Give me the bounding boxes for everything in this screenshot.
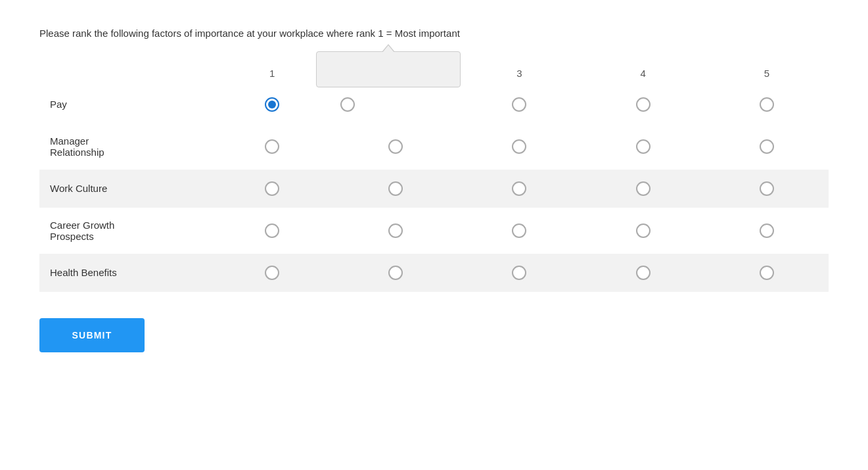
row-label-manager: ManagerRelationship xyxy=(39,124,210,170)
manager-rank-3-wrapper xyxy=(464,139,574,154)
manager-rank-5-cell xyxy=(705,124,829,170)
health-rank-1-radio[interactable] xyxy=(265,266,279,280)
manager-rank-1-wrapper xyxy=(217,139,327,154)
survey-table: 1 2 3 4 5 Pay xyxy=(39,68,829,292)
health-rank-2-wrapper xyxy=(340,266,451,280)
career-rank-4-cell xyxy=(582,208,705,254)
pay-rank-1-radio[interactable] xyxy=(265,97,279,112)
row-label-work-culture: Work Culture xyxy=(39,170,210,208)
manager-rank-5-radio[interactable] xyxy=(760,139,774,154)
health-rank-4-wrapper xyxy=(588,266,698,280)
manager-rank-1-cell xyxy=(210,124,334,170)
workculture-rank-4-cell xyxy=(582,170,705,208)
tooltip-box xyxy=(316,51,461,87)
workculture-rank-2-radio[interactable] xyxy=(388,181,403,196)
career-rank-3-cell xyxy=(457,208,581,254)
health-rank-1-wrapper xyxy=(217,266,327,280)
career-rank-3-radio[interactable] xyxy=(512,223,526,238)
pay-rank-5-cell xyxy=(705,85,829,124)
health-rank-4-cell xyxy=(582,254,705,292)
manager-rank-3-cell xyxy=(457,124,581,170)
pay-rank-5-radio[interactable] xyxy=(760,97,774,112)
career-rank-3-wrapper xyxy=(464,223,574,238)
career-rank-5-wrapper xyxy=(712,223,822,238)
pay-rank-1-wrapper xyxy=(217,97,327,112)
workculture-rank-4-wrapper xyxy=(588,181,698,196)
pay-rank-2-radio[interactable] xyxy=(340,97,355,112)
manager-rank-1-radio[interactable] xyxy=(265,139,279,154)
career-rank-2-cell xyxy=(334,208,457,254)
col-header-3: 3 xyxy=(457,68,581,85)
workculture-rank-1-cell xyxy=(210,170,334,208)
health-rank-1-cell xyxy=(210,254,334,292)
pay-rank-4-cell xyxy=(582,85,705,124)
workculture-rank-3-wrapper xyxy=(464,181,574,196)
pay-rank-4-wrapper xyxy=(588,97,698,112)
career-rank-5-cell xyxy=(705,208,829,254)
manager-rank-2-wrapper xyxy=(340,139,451,154)
workculture-rank-1-wrapper xyxy=(217,181,327,196)
workculture-rank-5-wrapper xyxy=(712,181,822,196)
workculture-rank-2-wrapper xyxy=(340,181,451,196)
manager-rank-4-radio[interactable] xyxy=(636,139,651,154)
col-header-label xyxy=(39,68,210,85)
table-row: Pay xyxy=(39,85,829,124)
pay-rank-3-radio[interactable] xyxy=(512,97,526,112)
workculture-rank-4-radio[interactable] xyxy=(636,181,651,196)
manager-rank-2-radio[interactable] xyxy=(388,139,403,154)
workculture-rank-5-radio[interactable] xyxy=(760,181,774,196)
health-rank-4-radio[interactable] xyxy=(636,266,651,280)
career-rank-4-wrapper xyxy=(588,223,698,238)
career-rank-4-radio[interactable] xyxy=(636,223,651,238)
career-rank-2-radio[interactable] xyxy=(388,223,403,238)
health-rank-5-radio[interactable] xyxy=(760,266,774,280)
table-row: Health Benefits xyxy=(39,254,829,292)
row-label-health-benefits: Health Benefits xyxy=(39,254,210,292)
submit-button[interactable]: SUBMIT xyxy=(39,318,145,352)
career-rank-1-wrapper xyxy=(217,223,327,238)
health-rank-2-cell xyxy=(334,254,457,292)
col-header-5: 5 xyxy=(705,68,829,85)
workculture-rank-1-radio[interactable] xyxy=(265,181,279,196)
pay-rank-3-wrapper xyxy=(464,97,574,112)
table-row: Work Culture xyxy=(39,170,829,208)
workculture-rank-3-cell xyxy=(457,170,581,208)
pay-rank-3-cell xyxy=(457,85,581,124)
health-rank-2-radio[interactable] xyxy=(388,266,403,280)
manager-rank-3-radio[interactable] xyxy=(512,139,526,154)
career-rank-1-radio[interactable] xyxy=(265,223,279,238)
career-rank-2-wrapper xyxy=(340,223,451,238)
question-text: Please rank the following factors of imp… xyxy=(39,26,829,41)
pay-rank-1-cell xyxy=(210,85,334,124)
col-header-1: 1 xyxy=(210,68,334,85)
manager-rank-4-wrapper xyxy=(588,139,698,154)
manager-rank-4-cell xyxy=(582,124,705,170)
workculture-rank-2-cell xyxy=(334,170,457,208)
manager-rank-2-cell xyxy=(334,124,457,170)
career-rank-1-cell xyxy=(210,208,334,254)
pay-rank-2-tooltip-container xyxy=(340,97,451,112)
row-label-career-growth: Career GrowthProspects xyxy=(39,208,210,254)
col-header-4: 4 xyxy=(582,68,705,85)
manager-rank-5-wrapper xyxy=(712,139,822,154)
health-rank-5-wrapper xyxy=(712,266,822,280)
career-rank-5-radio[interactable] xyxy=(760,223,774,238)
health-rank-5-cell xyxy=(705,254,829,292)
health-rank-3-wrapper xyxy=(464,266,574,280)
tooltip-arrow-inner xyxy=(382,45,394,53)
workculture-rank-3-radio[interactable] xyxy=(512,181,526,196)
pay-rank-4-radio[interactable] xyxy=(636,97,651,112)
health-rank-3-cell xyxy=(457,254,581,292)
workculture-rank-5-cell xyxy=(705,170,829,208)
table-row: ManagerRelationship xyxy=(39,124,829,170)
table-row: Career GrowthProspects xyxy=(39,208,829,254)
pay-rank-2-wrapper xyxy=(340,97,355,112)
pay-rank-2-cell xyxy=(334,85,457,124)
health-rank-3-radio[interactable] xyxy=(512,266,526,280)
row-label-pay: Pay xyxy=(39,85,210,124)
pay-rank-5-wrapper xyxy=(712,97,822,112)
